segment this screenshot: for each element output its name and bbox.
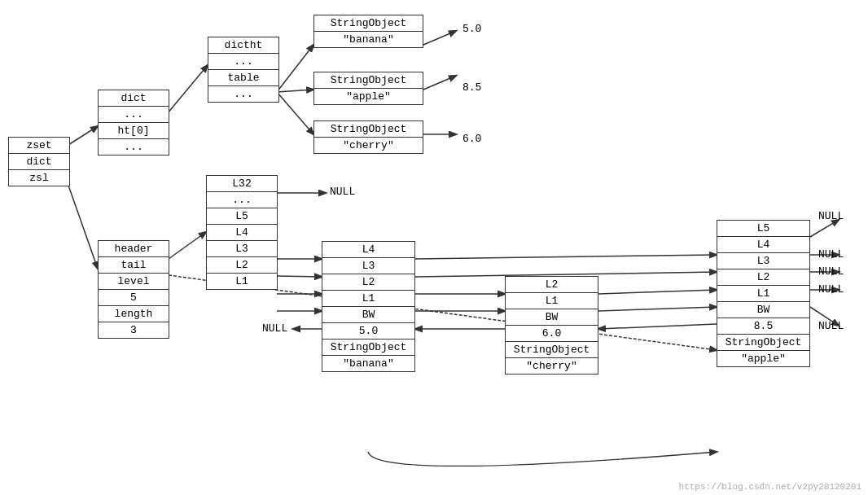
string-banana-box: StringObject "banana"	[313, 15, 423, 48]
n2-str2: "cherry"	[506, 358, 598, 374]
node3-box: L5 L4 L3 L2 L1 BW 8.5 StringObject "appl…	[717, 220, 810, 367]
sl-dots: ...	[207, 192, 277, 208]
svg-line-15	[415, 255, 717, 259]
zset-cell-zset: zset	[9, 138, 69, 154]
n1-str2: "banana"	[322, 356, 414, 371]
string-apple-title: StringObject	[314, 72, 423, 89]
val-banana: 5.0	[462, 23, 481, 35]
dictht-cell-dots: ...	[208, 54, 278, 70]
sl-l2: L2	[207, 257, 277, 274]
node1-box: L4 L3 L2 L1 BW 5.0 StringObject "banana"	[322, 241, 415, 372]
dict-cell-dots: ...	[99, 107, 169, 123]
null-n3-l4: NULL	[818, 248, 844, 261]
dict-cell-ht0: ht[0]	[99, 123, 169, 139]
string-cherry-title: StringObject	[314, 121, 423, 138]
string-apple-box: StringObject "apple"	[313, 72, 423, 105]
svg-line-19	[598, 290, 717, 294]
svg-line-6	[423, 31, 456, 45]
zsl-tail-cell: tail	[99, 257, 169, 274]
n2-str1: StringObject	[506, 342, 598, 358]
svg-line-3	[277, 45, 313, 92]
svg-line-9	[169, 232, 206, 259]
zsl-header-box: header tail level 5 length 3	[98, 240, 169, 339]
zset-box: zset dict zsl	[8, 137, 70, 186]
dictht-box: dictht ... table ...	[208, 37, 279, 103]
diagram: zset dict zsl dict ... ht[0] ... dictht …	[0, 0, 868, 495]
skiplist-levels-box: L32 ... L5 L4 L3 L2 L1	[206, 175, 278, 290]
svg-line-7	[423, 76, 456, 90]
n1-l2: L2	[322, 274, 414, 291]
n3-score: 8.5	[717, 318, 809, 335]
svg-line-28	[598, 324, 717, 329]
null-n3-l2: NULL	[818, 283, 844, 296]
n3-l4: L4	[717, 237, 809, 253]
val-apple: 8.5	[462, 81, 481, 94]
node2-box: L2 L1 BW 6.0 StringObject "cherry"	[505, 276, 598, 375]
zsl-length-cell: length	[99, 306, 169, 322]
null-n3-l3: NULL	[818, 265, 844, 278]
n1-l1: L1	[322, 291, 414, 307]
svg-line-4	[277, 90, 313, 92]
zsl-level-cell: level	[99, 274, 169, 290]
zsl-length-val: 3	[99, 322, 169, 338]
sl-l5: L5	[207, 208, 277, 225]
svg-line-20	[598, 307, 717, 311]
zset-cell-zsl: zsl	[9, 170, 69, 186]
string-banana-title: StringObject	[314, 15, 423, 32]
dictht-cell-table: table	[208, 70, 278, 86]
null-l32: NULL	[330, 186, 355, 198]
svg-line-12	[277, 276, 322, 277]
n3-l2: L2	[717, 269, 809, 286]
sl-l1: L1	[207, 274, 277, 289]
n3-l5: L5	[717, 221, 809, 237]
sl-l4: L4	[207, 225, 277, 241]
n1-bw: BW	[322, 307, 414, 323]
string-banana-val: "banana"	[314, 32, 423, 47]
string-cherry-val: "cherry"	[314, 138, 423, 153]
n1-l4: L4	[322, 242, 414, 258]
sl-l32: L32	[207, 176, 277, 192]
dictht-cell-title: dictht	[208, 37, 278, 54]
dictht-cell-dots2: ...	[208, 86, 278, 102]
n1-l3: L3	[322, 258, 414, 274]
n3-l1: L1	[717, 286, 809, 302]
null-n3-bw: NULL	[818, 320, 844, 332]
zsl-header-cell: header	[99, 241, 169, 257]
n2-l2: L2	[506, 277, 598, 293]
zsl-level-val: 5	[99, 290, 169, 306]
dict-cell-dots2: ...	[99, 139, 169, 155]
null-n3-l5: NULL	[818, 210, 844, 222]
svg-line-21	[810, 220, 839, 237]
svg-line-5	[277, 92, 313, 134]
val-cherry: 6.0	[462, 133, 481, 145]
n3-l3: L3	[717, 253, 809, 269]
zset-cell-dict: dict	[9, 154, 69, 170]
string-apple-val: "apple"	[314, 89, 423, 104]
svg-line-2	[167, 65, 208, 114]
watermark: https://blog.csdn.net/v2py20120201	[679, 482, 861, 492]
sl-l3: L3	[207, 241, 277, 257]
n1-score: 5.0	[322, 323, 414, 339]
null-n1-bw: NULL	[262, 322, 287, 335]
n2-score: 6.0	[506, 326, 598, 342]
string-cherry-box: StringObject "cherry"	[313, 120, 423, 154]
n1-str1: StringObject	[322, 339, 414, 356]
n3-str2: "apple"	[717, 351, 809, 366]
n3-bw: BW	[717, 302, 809, 318]
dict-struct-box: dict ... ht[0] ...	[98, 90, 169, 156]
n3-str1: StringObject	[717, 335, 809, 351]
n2-bw: BW	[506, 309, 598, 326]
dict-cell-dict: dict	[99, 90, 169, 107]
n2-l1: L1	[506, 293, 598, 309]
